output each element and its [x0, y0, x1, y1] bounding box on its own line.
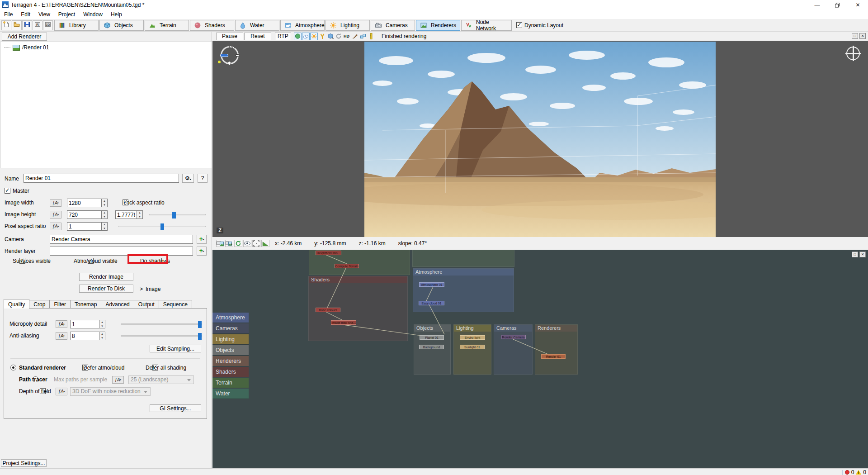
- cloud-toggle-icon[interactable]: [302, 33, 310, 40]
- render-layer-assign-button[interactable]: +: [197, 247, 207, 256]
- node-render-camera[interactable]: Render Camera: [501, 335, 526, 339]
- save-button[interactable]: [22, 20, 32, 30]
- sun-toggle-icon[interactable]: [310, 33, 318, 40]
- image-width-fx-button[interactable]: ƒA: [50, 199, 61, 207]
- camera-input[interactable]: [50, 235, 193, 244]
- aa-fx-button[interactable]: ƒA: [56, 332, 67, 340]
- tab-filter[interactable]: Filter: [49, 300, 71, 309]
- rtp-button[interactable]: RTP: [275, 33, 291, 40]
- micropoly-slider[interactable]: [121, 323, 202, 325]
- edit-sampling-button[interactable]: Edit Sampling...: [150, 345, 201, 352]
- quality-toggle-icon[interactable]: [318, 33, 326, 40]
- node-atmosphere-01[interactable]: Atmosphere 01: [419, 282, 444, 287]
- render-view-button[interactable]: R: [33, 20, 42, 30]
- dof-fx-button[interactable]: ƒA: [56, 388, 67, 395]
- tab-crop[interactable]: Crop: [29, 300, 50, 309]
- node-enviro-light[interactable]: Enviro light: [460, 335, 485, 340]
- node-background[interactable]: Background: [419, 345, 444, 349]
- image-width-input[interactable]: [67, 199, 102, 207]
- name-input[interactable]: [24, 174, 179, 183]
- toolbar-button-cameras[interactable]: Cameras: [371, 20, 415, 31]
- node-network-pane[interactable]: ShadersAtmosphereObjectsLightingCamerasR…: [212, 250, 868, 468]
- pixel-aspect-spinner[interactable]: ▲▼: [102, 222, 108, 231]
- tree-item-render01[interactable]: /Render 01: [4, 44, 49, 51]
- pixel-aspect-input[interactable]: [67, 222, 102, 231]
- node-easy-cloud-01[interactable]: Easy cloud 01: [419, 301, 444, 305]
- standard-renderer-radio[interactable]: [10, 365, 16, 370]
- micropoly-fx-button[interactable]: ƒA: [56, 320, 67, 328]
- project-settings-button[interactable]: Project Settings...: [1, 459, 47, 467]
- pixel-aspect-slider-handle[interactable]: [160, 223, 164, 230]
- node-image-map-sha[interactable]: Image map sha...: [331, 320, 356, 325]
- paint-tool-icon[interactable]: [351, 33, 359, 40]
- tab-advanced[interactable]: Advanced: [101, 300, 134, 309]
- render-to-disk-button[interactable]: Render To Disk: [79, 285, 133, 293]
- close-button[interactable]: ✕: [848, 0, 868, 10]
- refresh-toggle-icon[interactable]: [335, 33, 342, 40]
- aspect-ratio-spinner[interactable]: ▲▼: [137, 210, 143, 219]
- menu-window[interactable]: Window: [79, 10, 107, 19]
- aa-input[interactable]: [70, 332, 99, 340]
- error-indicator-icon[interactable]: [845, 470, 849, 475]
- measure-tool-icon[interactable]: [367, 33, 375, 40]
- max-paths-fx-button[interactable]: ƒA: [112, 376, 124, 384]
- new-file-button[interactable]: [1, 20, 11, 30]
- camera-landscape-arrow-icon[interactable]: [225, 240, 233, 247]
- toolbar-button-objects[interactable]: Objects: [99, 20, 144, 31]
- node-base-colours[interactable]: Base colours: [316, 308, 340, 312]
- node-options-button[interactable]: ⚙▸: [182, 174, 194, 183]
- node-heightfield-sha[interactable]: Heightfield sha...: [316, 251, 341, 255]
- object-toggle-icon[interactable]: [326, 33, 334, 40]
- tab-sequence[interactable]: Sequence: [159, 300, 192, 309]
- node-compute-terrain[interactable]: Compute Terrain: [335, 264, 359, 268]
- master-checkbox[interactable]: [5, 188, 10, 194]
- camera-assign-button[interactable]: +: [197, 235, 207, 244]
- image-width-spinner[interactable]: ▲▼: [102, 199, 108, 207]
- pixel-aspect-slider[interactable]: [118, 226, 206, 227]
- dynamic-layout-checkbox[interactable]: [516, 22, 522, 28]
- aa-slider[interactable]: [121, 335, 202, 337]
- toolbar-button-terrain[interactable]: Terrain: [145, 20, 189, 31]
- toolbar-button-water[interactable]: Water: [235, 20, 279, 31]
- menu-file[interactable]: File: [0, 10, 17, 19]
- image-height-slider-handle[interactable]: [172, 212, 176, 218]
- aspect-ratio-input[interactable]: [115, 210, 137, 219]
- toolbar-button-renderers[interactable]: Renderers: [416, 20, 460, 31]
- render-image-button[interactable]: Render Image: [79, 273, 133, 281]
- hd-toggle[interactable]: HD: [343, 33, 350, 40]
- node-sunlight-01[interactable]: Sunlight 01: [460, 345, 485, 349]
- node-planet-01[interactable]: Planet 01: [420, 335, 444, 340]
- tab-output[interactable]: Output: [134, 300, 159, 309]
- slope-icon[interactable]: [261, 240, 269, 247]
- refresh-green-icon[interactable]: [234, 240, 242, 247]
- open-file-button[interactable]: [12, 20, 22, 30]
- toolbar-button-shaders[interactable]: Shaders: [190, 20, 234, 31]
- minimize-button[interactable]: —: [807, 0, 827, 10]
- render-layer-input[interactable]: [50, 247, 193, 256]
- micropoly-input[interactable]: [70, 320, 99, 328]
- node-render-01[interactable]: Render 01: [541, 354, 566, 359]
- restore-button[interactable]: [827, 0, 848, 10]
- aa-slider-handle[interactable]: [198, 333, 202, 340]
- camera-landscape-icon[interactable]: [216, 240, 224, 247]
- micropoly-spinner[interactable]: ▲▼: [99, 320, 105, 328]
- planet-toggle-icon[interactable]: [294, 33, 302, 40]
- focus-icon[interactable]: [252, 240, 260, 247]
- menu-project[interactable]: Project: [54, 10, 79, 19]
- image-height-input[interactable]: [67, 210, 102, 219]
- crystals-tool-icon[interactable]: [359, 33, 367, 40]
- add-renderer-button[interactable]: Add Renderer: [2, 33, 47, 41]
- navigation-gizmo[interactable]: [221, 46, 239, 64]
- toolbar-button-library[interactable]: Library: [54, 20, 99, 31]
- preview-maximize-button[interactable]: □: [852, 33, 858, 39]
- preview-close-button[interactable]: ✕: [859, 33, 866, 39]
- menu-help[interactable]: Help: [107, 10, 126, 19]
- dof-combo[interactable]: 3D DoF with noise reduction: [70, 387, 151, 396]
- preview-3d-button[interactable]: 3D: [43, 20, 53, 30]
- eye-icon[interactable]: [243, 240, 251, 247]
- tab-quality[interactable]: Quality: [4, 299, 29, 309]
- aa-spinner[interactable]: ▲▼: [99, 332, 105, 340]
- tab-tonemap[interactable]: Tonemap: [70, 300, 101, 309]
- toolbar-button-lighting[interactable]: Lighting: [326, 20, 370, 31]
- menu-edit[interactable]: Edit: [17, 10, 34, 19]
